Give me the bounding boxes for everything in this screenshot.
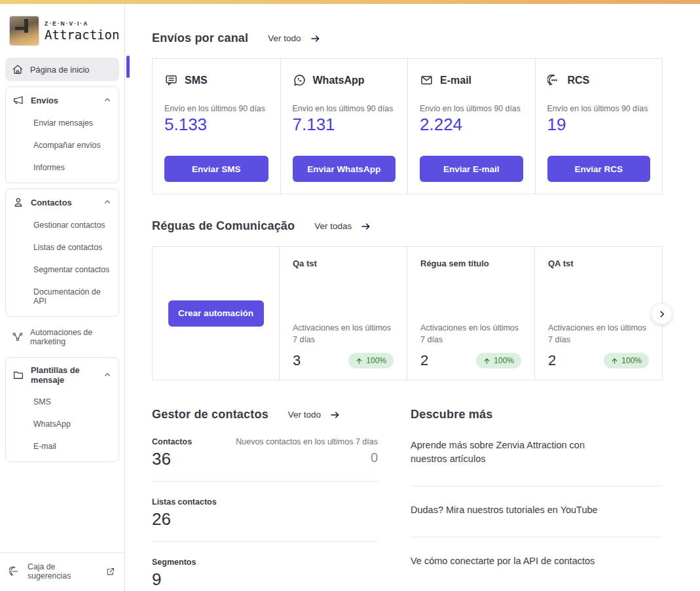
rules-section-title: Réguas de Comunicação	[152, 219, 295, 233]
suggestion-box-link[interactable]: Caja de sugerencias	[0, 552, 124, 591]
rule-card[interactable]: Régua sem título Activaciones en los últ…	[407, 247, 534, 380]
channel-stat-value: 2.224	[420, 115, 523, 135]
chevron-up-icon[interactable]	[103, 198, 112, 207]
suggestion-box-label: Caja de sugerencias	[28, 562, 92, 581]
discover-link-articles[interactable]: Aprende más sobre Zenvia Attraction con …	[411, 421, 663, 486]
sidebar-item-plantillas-email[interactable]: E-mail	[6, 435, 119, 457]
rule-stat-value: 2	[420, 352, 428, 369]
sidebar-item-segmentar-contactos[interactable]: Segmentar contactos	[6, 259, 119, 281]
create-automation-button[interactable]: Crear automación	[168, 300, 264, 327]
sidebar-group-plantillas: Plantillas de mensaje SMS WhatsApp E-mai…	[5, 357, 119, 462]
stat-side-label: Nuevos contactos en los ultimos 7 días	[236, 437, 378, 446]
channels-section-title: Envíos por canal	[152, 31, 248, 45]
channel-card-whatsapp: WhatsApp Envío en los últimos 90 días 7.…	[280, 59, 408, 194]
arrow-right-icon	[329, 410, 342, 420]
chevron-up-icon[interactable]	[103, 370, 112, 380]
brand-name-bottom: Attraction	[45, 27, 119, 42]
arrow-up-icon	[483, 357, 490, 365]
rule-name: QA tst	[548, 259, 649, 268]
sidebar-group-contactos-header[interactable]: Contactos	[6, 190, 119, 214]
channels-see-all-link[interactable]: Ver todo	[268, 33, 322, 44]
channel-stat-label: Envío en los últimos 90 días	[420, 104, 523, 113]
arrow-up-icon	[611, 357, 618, 365]
sidebar-group-label: Envíos	[31, 96, 96, 105]
email-icon	[420, 73, 433, 87]
channel-stat-value: 5.133	[164, 115, 268, 135]
send-sms-button[interactable]: Enviar SMS	[164, 156, 268, 182]
rules-see-all-link[interactable]: Ver todas	[314, 221, 373, 232]
rule-card[interactable]: QA tst Activaciones en los últimos 7 día…	[534, 247, 662, 380]
channel-stat-value: 7.131	[293, 115, 396, 135]
contacts-see-all-link[interactable]: Ver todo	[288, 410, 342, 420]
channels-card-row: SMS Envío en los últimos 90 días 5.133 E…	[152, 58, 663, 194]
channel-stat-label: Envío en los últimos 90 días	[547, 104, 651, 113]
lists-stat-row: Listas contactos 26	[152, 482, 378, 542]
whatsapp-icon	[293, 73, 306, 87]
discover-link-api[interactable]: Ve cómo conectarte por la API de contact…	[411, 537, 663, 588]
contacts-section-title: Gestor de contactos	[152, 408, 268, 421]
stat-label: Segmentos	[152, 558, 196, 567]
rule-name: Qa tst	[293, 259, 394, 268]
sidebar: Z·E·N·V·I·A Attraction Página de inicio …	[0, 4, 125, 591]
channel-name: RCS	[568, 75, 590, 86]
sidebar-group-envios-header[interactable]: Envíos	[6, 88, 119, 112]
rules-card-row: Crear automación Qa tst Activaciones en …	[152, 246, 663, 380]
chevron-right-icon	[657, 310, 667, 319]
sidebar-item-acompanar-envios[interactable]: Acompañar envíos	[6, 134, 119, 156]
main-content: Envíos por canal Ver todo SMS Envío en l…	[125, 4, 700, 591]
stat-value: 26	[152, 509, 217, 529]
chat-bubble-icon	[9, 565, 21, 577]
sidebar-item-automaciones[interactable]: Automaciones de marketing	[5, 322, 119, 352]
sidebar-group-plantillas-header[interactable]: Plantillas de mensaje	[6, 359, 119, 391]
send-whatsapp-button[interactable]: Enviar WhatsApp	[293, 156, 396, 182]
sidebar-item-plantillas-sms[interactable]: SMS	[6, 391, 119, 413]
arrow-right-icon	[359, 221, 373, 232]
rule-stat-label: Activaciones en los últimos 7 días	[293, 322, 397, 346]
stat-value: 36	[152, 449, 192, 469]
arrow-up-icon	[356, 357, 363, 365]
discover-link-youtube[interactable]: Dudas? Mira nuestros tutoriales en YouTu…	[411, 486, 663, 537]
rule-stat-label: Activaciones en los últimos 7 días	[548, 322, 653, 346]
segments-stat-row: Segmentos 9	[152, 542, 378, 591]
rule-create-cell: Crear automación	[153, 247, 279, 380]
sidebar-item-label: Automaciones de marketing	[30, 328, 113, 346]
sidebar-item-listas-de-contactos[interactable]: Listas de contactos	[6, 236, 119, 259]
trend-badge: 100%	[604, 353, 649, 368]
channel-stat-value: 19	[547, 115, 651, 135]
sidebar-group-envios: Envíos Enviar mensajes Acompañar envíos …	[5, 86, 119, 183]
brand-logo[interactable]: Z·E·N·V·I·A Attraction	[0, 4, 124, 55]
send-email-button[interactable]: Enviar E-mail	[420, 156, 523, 182]
sidebar-item-informes[interactable]: Informes	[6, 156, 119, 179]
sidebar-item-gestionar-contactos[interactable]: Gestionar contactos	[6, 214, 119, 236]
external-link-icon	[105, 567, 115, 577]
sidebar-item-home[interactable]: Página de inicio	[5, 58, 119, 81]
contacts-stat-row: Contactos 36 Nuevos contactos en los ult…	[152, 421, 378, 482]
discover-section: Descubre más Aprende más sobre Zenvia At…	[411, 408, 663, 591]
channel-name: E-mail	[440, 75, 471, 86]
trend-badge: 100%	[348, 353, 394, 368]
chevron-up-icon[interactable]	[103, 96, 112, 105]
person-icon	[12, 196, 24, 208]
rule-stat-value: 2	[548, 352, 556, 369]
sidebar-item-documentacion-api[interactable]: Documentación de API	[6, 281, 119, 312]
rule-card[interactable]: Qa tst Activaciones en los últimos 7 día…	[279, 247, 407, 380]
sidebar-item-enviar-mensajes[interactable]: Enviar mensajes	[6, 112, 119, 134]
sidebar-item-plantillas-whatsapp[interactable]: WhatsApp	[6, 413, 119, 435]
contacts-manager-section: Gestor de contactos Ver todo Contactos 3…	[152, 408, 378, 591]
channel-stat-label: Envío en los últimos 90 días	[293, 104, 396, 113]
sidebar-group-contactos: Contactos Gestionar contactos Listas de …	[5, 188, 119, 317]
sidebar-group-label: Plantillas de mensaje	[31, 365, 96, 385]
send-rcs-button[interactable]: Enviar RCS	[547, 156, 651, 182]
megaphone-icon	[12, 94, 24, 106]
channel-name: SMS	[185, 75, 208, 86]
stat-label: Listas contactos	[152, 497, 217, 507]
rule-stat-value: 3	[293, 352, 301, 369]
brand-name-top: Z·E·N·V·I·A	[45, 20, 119, 27]
rule-name: Régua sem título	[420, 259, 521, 268]
arrow-right-icon	[309, 33, 322, 44]
channel-card-sms: SMS Envío en los últimos 90 días 5.133 E…	[153, 59, 280, 194]
stat-side-value: 0	[236, 450, 378, 465]
brand-logo-image	[9, 16, 39, 46]
workflow-icon	[12, 331, 24, 343]
carousel-next-button[interactable]	[651, 303, 672, 325]
